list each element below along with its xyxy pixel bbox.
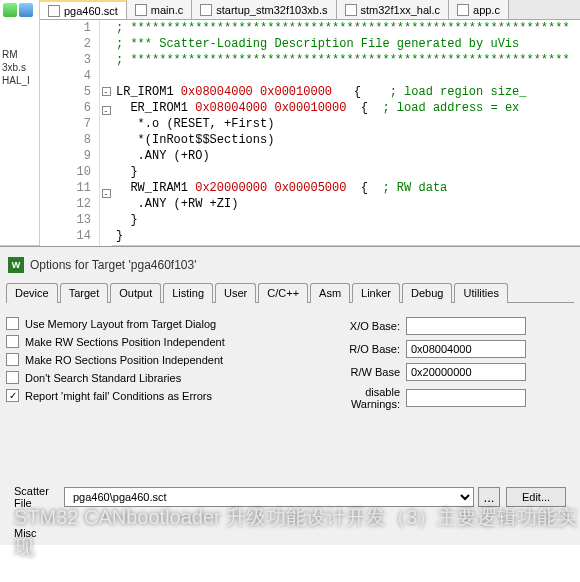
scatter-browse-button[interactable]: ... [478,487,500,507]
disable-warnings-input[interactable] [406,389,526,407]
dialog-tab-c/c++[interactable]: C/C++ [258,283,308,303]
scatter-edit-button[interactable]: Edit... [506,487,566,507]
file-icon [48,5,60,17]
xo-base-input[interactable] [406,317,526,335]
report-might-fail-checkbox[interactable] [6,389,19,402]
editor-tab[interactable]: startup_stm32f103xb.s [192,0,336,19]
dialog-icon: W [8,257,24,273]
dialog-tab-utilities[interactable]: Utilities [454,283,507,303]
make-rw-checkbox[interactable] [6,335,19,348]
dialog-tab-user[interactable]: User [215,283,256,303]
use-memory-layout-checkbox[interactable] [6,317,19,330]
nav-forward-icon[interactable] [19,3,33,17]
options-dialog: W Options for Target 'pga460f103' Device… [0,246,580,545]
dialog-tab-linker[interactable]: Linker [352,283,400,303]
fold-column: --- [100,20,112,269]
tree-item[interactable]: RM [2,48,37,61]
ro-base-input[interactable] [406,340,526,358]
dialog-tab-output[interactable]: Output [110,283,161,303]
dialog-tab-debug[interactable]: Debug [402,283,452,303]
tree-item[interactable]: 3xb.s [2,61,37,74]
editor-tabs: pga460.sctmain.cstartup_stm32f103xb.sstm… [40,0,580,20]
dont-search-checkbox[interactable] [6,371,19,384]
dialog-tabs: DeviceTargetOutputListingUserC/C++AsmLin… [6,283,574,303]
tree-item[interactable]: HAL_I [2,74,37,87]
code-editor[interactable]: ; **************************************… [112,20,580,269]
file-icon [135,4,147,16]
editor-tab[interactable]: stm32f1xx_hal.c [337,0,449,19]
project-tree-panel: RM 3xb.s HAL_I [0,0,40,245]
editor-tab[interactable]: pga460.sct [40,0,127,19]
dialog-tab-asm[interactable]: Asm [310,283,350,303]
file-icon [457,4,469,16]
line-number-gutter: 123456789101112131415 [40,20,100,269]
file-icon [345,4,357,16]
dialog-tab-device[interactable]: Device [6,283,58,303]
scatter-file-select[interactable]: pga460\pga460.sct [64,487,474,507]
dialog-tab-target[interactable]: Target [60,283,109,303]
dialog-tab-listing[interactable]: Listing [163,283,213,303]
dialog-title-text: Options for Target 'pga460f103' [30,258,196,272]
rw-base-input[interactable] [406,363,526,381]
editor-tab[interactable]: app.c [449,0,509,19]
misc-label: Misc [14,527,64,539]
make-ro-checkbox[interactable] [6,353,19,366]
editor-tab[interactable]: main.c [127,0,192,19]
scatter-label: Scatter File [14,485,64,509]
nav-back-icon[interactable] [3,3,17,17]
file-icon [200,4,212,16]
dialog-title-bar: W Options for Target 'pga460f103' [6,253,574,283]
